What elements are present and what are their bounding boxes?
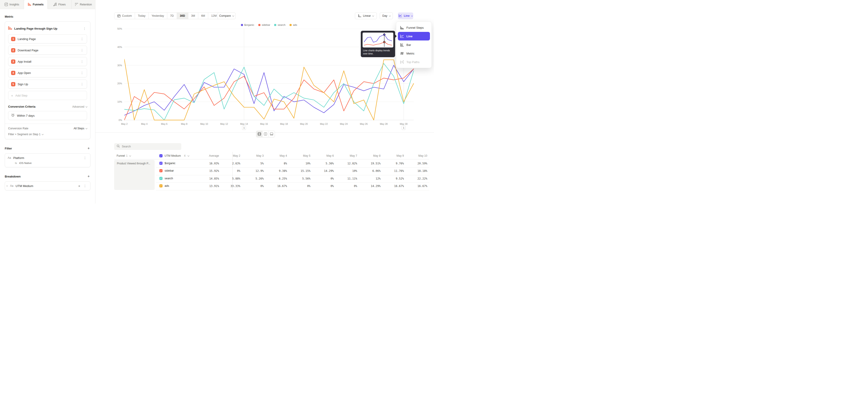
checkbox-icon[interactable]: ✓: [159, 162, 162, 165]
annotation-badge[interactable]: 1: [402, 125, 405, 130]
step-kebab-icon[interactable]: ⋮: [80, 48, 85, 52]
conversion-window-button[interactable]: Within 7 days: [8, 111, 87, 120]
top-paths-icon: [400, 60, 404, 64]
compare-button[interactable]: Compare: [217, 12, 236, 19]
date-range-30d[interactable]: 30D: [177, 13, 188, 19]
chevron-down-icon: [187, 155, 189, 156]
menu-item-label: Line: [406, 35, 412, 38]
step-kebab-icon[interactable]: ⋮: [80, 82, 85, 86]
checkbox-icon[interactable]: ✓: [159, 177, 162, 180]
column-header-day[interactable]: May 10: [406, 153, 427, 159]
date-range-yesterday[interactable]: Yesterday: [149, 13, 167, 19]
filter-kebab-icon[interactable]: ⋮: [83, 156, 88, 160]
menu-item-top-paths: Top Paths: [398, 58, 430, 66]
column-header-day[interactable]: May 2: [219, 153, 240, 159]
day-value: 10%: [336, 169, 357, 173]
step-kebab-icon[interactable]: ⋮: [80, 71, 85, 75]
funnel-step-1[interactable]: 1Landing Page⋮: [8, 34, 87, 43]
add-step-button[interactable]: + Add Step: [8, 91, 87, 100]
step-kebab-icon[interactable]: ⋮: [80, 37, 85, 41]
layout-split-horizontal[interactable]: [256, 131, 262, 137]
filter-operator[interactable]: Is: [15, 162, 17, 164]
date-range-label: 6M: [201, 14, 205, 18]
table-row-series[interactable]: ✓search: [159, 177, 173, 180]
table-search[interactable]: [114, 143, 181, 150]
menu-item-line[interactable]: Line: [398, 32, 430, 40]
checkbox-icon[interactable]: ✓: [159, 169, 162, 172]
breakdown-header-label: UTM Medium: [164, 154, 181, 157]
tab-insights[interactable]: Insights: [0, 0, 24, 9]
drag-handle-icon[interactable]: ≡: [6, 185, 8, 187]
day-value: 0%: [219, 169, 240, 173]
string-type-icon: Aa: [10, 184, 13, 187]
scale-selector-button[interactable]: Linear: [355, 12, 377, 19]
table-group-cell[interactable]: Product Viewed through P...: [114, 160, 155, 190]
funnel-step-2[interactable]: 2Download Page⋮: [8, 46, 87, 55]
column-header-day[interactable]: May 8: [360, 153, 380, 159]
filter-value[interactable]: iOS Native: [19, 162, 32, 164]
legend-item-ads[interactable]: ads: [289, 24, 297, 26]
table-row-series[interactable]: ✓ads: [159, 184, 169, 187]
day-value: 0%: [243, 185, 264, 188]
column-header-day[interactable]: May 9: [383, 153, 404, 159]
y-axis-tick: 10%: [111, 100, 122, 103]
legend-swatch: [241, 24, 243, 26]
layout-panel-bottom[interactable]: [269, 131, 275, 137]
date-range-7d[interactable]: 7D: [167, 13, 177, 19]
column-header-day[interactable]: May 7: [336, 153, 357, 159]
filter-card-platform[interactable]: Aa Platform ⋮ Is iOS Native: [5, 153, 90, 167]
menu-item-bar[interactable]: Bar: [398, 40, 430, 49]
add-filter-button[interactable]: +: [87, 146, 90, 151]
chart-type-button[interactable]: Line: [398, 12, 413, 19]
table-row-series[interactable]: ✓sidebar: [159, 169, 174, 172]
day-value: 12%: [360, 177, 380, 180]
advanced-toggle[interactable]: Advanced: [72, 105, 87, 108]
legend-item-organic[interactable]: $organic: [241, 24, 254, 26]
table-funnel-header[interactable]: Funnel1: [117, 153, 131, 159]
add-breakdown-button[interactable]: +: [87, 174, 90, 179]
table-row-series[interactable]: ✓$organic: [159, 162, 176, 165]
checkbox-icon[interactable]: ✓: [159, 184, 162, 187]
x-axis-tick: May 4: [137, 123, 151, 125]
menu-item-metric[interactable]: Metric: [398, 49, 430, 58]
tab-funnels[interactable]: Funnels: [24, 0, 48, 9]
day-value: 5.36%: [313, 162, 334, 165]
day-value: 6.25%: [266, 177, 287, 180]
date-range-custom[interactable]: Custom: [114, 13, 135, 19]
legend-item-search[interactable]: search: [274, 24, 285, 26]
date-range-3m[interactable]: 3M: [188, 13, 198, 19]
annotation-badge[interactable]: 1: [242, 125, 246, 130]
filter-segment-toggle[interactable]: Filter + Segment on Step 1: [8, 133, 87, 136]
column-header-day[interactable]: May 3: [243, 153, 264, 159]
conversion-rate-selector[interactable]: All Steps: [74, 127, 87, 130]
breakdown-kebab-icon[interactable]: ⋮: [83, 184, 88, 188]
menu-item-label: Metric: [406, 52, 414, 55]
table-breakdown-header[interactable]: ✓UTM Medium4: [159, 153, 189, 159]
step-kebab-icon[interactable]: ⋮: [80, 60, 85, 64]
column-header-day[interactable]: May 6: [313, 153, 334, 159]
layout-toggle-group: [256, 131, 275, 137]
checkbox-icon[interactable]: ✓: [159, 154, 162, 157]
date-range-today[interactable]: Today: [135, 13, 149, 19]
x-axis-tick: May 10: [197, 123, 211, 125]
funnel-kebab-icon[interactable]: ⋮: [82, 27, 87, 31]
remove-breakdown-icon[interactable]: ×: [78, 184, 80, 188]
average-value: 15.92%: [192, 169, 219, 173]
funnel-step-3[interactable]: 3App Install⋮: [8, 57, 87, 66]
layout-split-vertical[interactable]: [262, 131, 269, 137]
date-range-6m[interactable]: 6M: [198, 13, 208, 19]
column-header-day[interactable]: May 4: [266, 153, 287, 159]
breakdown-card-utm[interactable]: ≡ Aa UTM Medium × ⋮: [5, 181, 90, 190]
interval-selector-button[interactable]: Day: [380, 12, 393, 19]
column-header-average[interactable]: Average: [192, 153, 219, 159]
tab-retention[interactable]: Retention: [72, 0, 95, 9]
menu-item-funnel-steps[interactable]: Funnel Steps: [398, 23, 430, 32]
x-axis-tick: May 26: [357, 123, 370, 125]
legend-item-sidebar[interactable]: sidebar: [258, 24, 270, 26]
search-input[interactable]: [122, 145, 179, 148]
funnel-step-5[interactable]: 5Sign Up⋮: [8, 80, 87, 89]
column-header-day[interactable]: May 5: [289, 153, 310, 159]
y-axis-tick: 40%: [111, 46, 122, 49]
tab-flows[interactable]: Flows: [48, 0, 72, 9]
funnel-step-4[interactable]: 4App Open⋮: [8, 68, 87, 77]
